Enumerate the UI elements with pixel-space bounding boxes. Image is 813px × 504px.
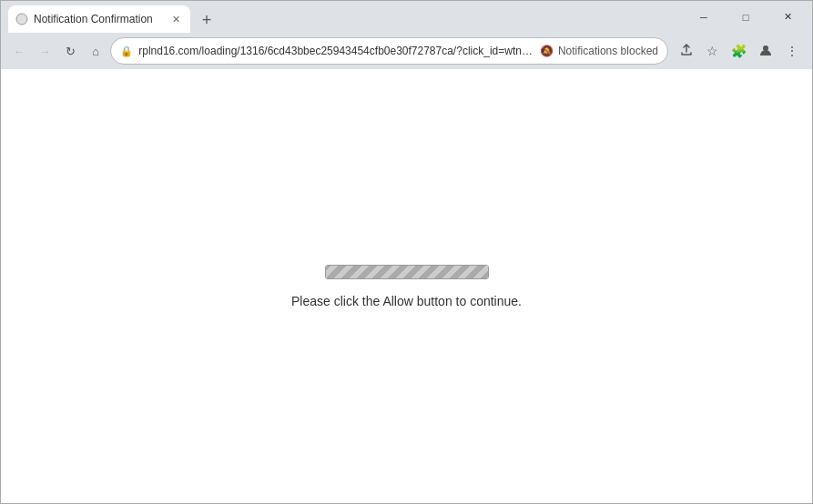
- maximize-icon: □: [743, 12, 749, 23]
- window-controls: ─ □ ✕: [679, 1, 812, 33]
- page-content: Please click the Allow button to continu…: [1, 69, 812, 503]
- bookmark-icon: ☆: [706, 44, 718, 58]
- browser-toolbar: ← → ↻ ⌂ 🔒 rplnd16.com/loading/1316/6cd43…: [1, 33, 812, 69]
- progress-bar: [325, 265, 489, 279]
- home-button[interactable]: ⌂: [85, 38, 107, 64]
- toolbar-icons: ☆ 🧩 ⋮: [674, 38, 805, 64]
- active-tab[interactable]: Notification Confirmation ✕: [8, 5, 190, 33]
- close-button[interactable]: ✕: [767, 1, 808, 33]
- url-text: rplnd16.com/loading/1316/6cd43bbec259434…: [138, 45, 534, 57]
- svg-point-0: [16, 14, 27, 25]
- reload-button[interactable]: ↻: [59, 38, 81, 64]
- home-icon: ⌂: [92, 45, 99, 58]
- minimize-button[interactable]: ─: [683, 1, 725, 33]
- maximize-button[interactable]: □: [725, 1, 767, 33]
- share-icon: [679, 43, 694, 60]
- profile-button[interactable]: [753, 38, 778, 64]
- forward-button[interactable]: →: [34, 38, 56, 64]
- lock-icon: 🔒: [120, 45, 133, 57]
- title-bar: Notification Confirmation ✕ + ─ □ ✕: [1, 1, 812, 33]
- tab-favicon: [15, 13, 28, 25]
- minimize-icon: ─: [700, 12, 707, 23]
- bell-slash-icon: 🔕: [540, 45, 554, 57]
- extensions-button[interactable]: 🧩: [727, 38, 752, 64]
- tab-area: Notification Confirmation ✕ +: [1, 5, 679, 33]
- profile-icon: [758, 43, 773, 60]
- tab-close-button[interactable]: ✕: [168, 12, 183, 26]
- page-message: Please click the Allow button to continu…: [291, 294, 522, 308]
- menu-button[interactable]: ⋮: [779, 38, 805, 64]
- address-bar[interactable]: 🔒 rplnd16.com/loading/1316/6cd43bbec2594…: [110, 37, 668, 65]
- close-icon: ✕: [784, 11, 792, 23]
- tab-title: Notification Confirmation: [34, 13, 163, 25]
- notifications-blocked-label: Notifications blocked: [558, 45, 658, 57]
- extensions-icon: 🧩: [731, 44, 747, 58]
- back-icon: ←: [14, 45, 25, 58]
- reload-icon: ↻: [66, 45, 76, 58]
- share-button[interactable]: [674, 38, 699, 64]
- forward-icon: →: [39, 45, 51, 58]
- new-tab-button[interactable]: +: [194, 9, 219, 31]
- progress-bar-fill: [326, 266, 488, 278]
- browser-window: Notification Confirmation ✕ + ─ □ ✕ ← →: [0, 0, 813, 504]
- bookmark-button[interactable]: ☆: [700, 38, 726, 64]
- notifications-blocked-indicator: 🔕 Notifications blocked: [540, 45, 658, 57]
- menu-icon: ⋮: [786, 44, 798, 58]
- back-button[interactable]: ←: [8, 38, 30, 64]
